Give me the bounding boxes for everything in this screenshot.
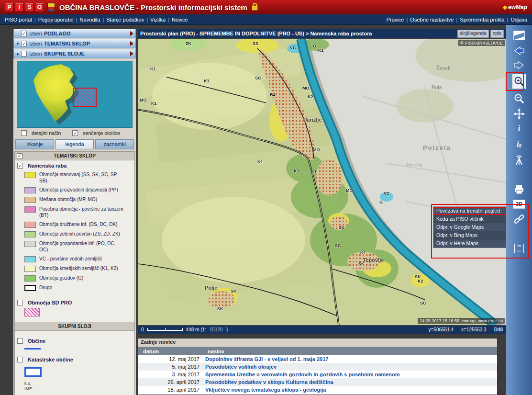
popup-item-2[interactable]: Koda za PISO vtičnik <box>433 215 506 223</box>
menu-link-2[interactable]: Pogoji uporabe <box>38 17 74 23</box>
map-viewport[interactable]: ZKSSVCGK1K1K1SCMOK1K2MOK1MOK1K1K1MOVCGSC… <box>138 39 506 325</box>
full-extent-icon[interactable] <box>512 29 526 42</box>
share-popup-menu: Povezava na trenutni pogledKoda za PISO … <box>433 206 507 248</box>
panel-expander-icon[interactable]: ▼ <box>16 42 21 46</box>
popup-item-1[interactable]: Povezava na trenutni pogled <box>433 207 506 215</box>
zone-label: K1 <box>294 169 299 173</box>
news-row: 5. maj 2017 Posodobitev volilnih okrajev <box>138 363 497 371</box>
legend-swatch <box>24 256 36 262</box>
datum-link[interactable]: D48 <box>494 327 503 332</box>
menu-link-6[interactable]: Novice <box>172 17 188 23</box>
panel-name: PODLAGO <box>44 31 130 36</box>
news-link[interactable]: Vključitev novega tematskega sklopa - ge… <box>205 387 497 393</box>
popup-item-5[interactable]: Odpri v Here Maps <box>433 239 506 248</box>
zoom-in-icon[interactable] <box>512 74 526 89</box>
tab-iskanje[interactable]: iskanje <box>15 139 54 149</box>
zone-label: K1 <box>318 48 324 53</box>
katastrske-label: Katastrske občine <box>28 357 73 362</box>
legend-label: Območja stanovanj (SS, SK, SC, SP, SB) <box>39 171 124 184</box>
news-link[interactable]: Sprememba Uredbe o varovalnih gozdovih i… <box>205 372 497 377</box>
sd-pro-checkbox[interactable] <box>17 300 23 305</box>
info-icon[interactable]: i <box>512 122 526 135</box>
panel-open-arrow-icon[interactable] <box>130 41 133 46</box>
overview-map[interactable] <box>17 61 133 128</box>
panel-checkbox[interactable]: ✓ <box>21 41 27 46</box>
zone-label: VC <box>384 191 390 196</box>
zone-label: G <box>313 44 316 48</box>
menu-right: Pravice|Osebne nastavitve|Sprememba prof… <box>387 17 527 23</box>
menu-link-1[interactable]: PISO portal <box>5 17 32 23</box>
menu-link-right-3[interactable]: Sprememba profila <box>460 17 504 23</box>
panel-open-arrow-icon[interactable] <box>130 31 133 36</box>
legend-swatch <box>24 197 36 203</box>
option-checkbox[interactable] <box>21 130 27 136</box>
previous-view-icon[interactable] <box>512 44 526 57</box>
zone-label: K1 <box>270 92 276 97</box>
3d-view-icon[interactable]: 3D <box>512 197 526 211</box>
tematski-checkbox[interactable]: ✓ <box>17 153 22 159</box>
sidebar-panel-podlago[interactable]: ✓ Izberi PODLAGO <box>13 29 136 38</box>
menu-link-3[interactable]: Navodila <box>80 17 100 23</box>
x-coordinate: x=125553.3 <box>461 327 487 332</box>
news-link[interactable]: Posodobitev podatkov v sklopu Kulturna d… <box>205 379 497 385</box>
piso-logo: PISO <box>5 3 44 12</box>
news-link[interactable]: Posodobitev volilnih okrajev <box>205 364 497 370</box>
legend-item: Območja gospodarske inf. (PO, DC, OC) <box>15 239 134 254</box>
menu-link-5[interactable]: Vizitka <box>150 17 166 23</box>
panel-open-arrow-icon[interactable] <box>130 51 133 56</box>
legend-label: Območja gozdov (G) <box>39 275 124 282</box>
overview-option[interactable]: detajlni način <box>21 130 61 136</box>
next-view-icon[interactable] <box>512 58 526 72</box>
option-checkbox[interactable]: ✓ <box>72 130 78 136</box>
overview-extent-rect[interactable] <box>73 88 97 107</box>
menu-link-right-2[interactable]: Osebne nastavitve <box>410 17 454 23</box>
sidebar-panel-tematski-sklop[interactable]: ▼ ✓ Izberi TEMATSKI SKLOP <box>13 39 136 48</box>
katastrske-checkbox[interactable] <box>17 357 23 362</box>
menu-link-right-4[interactable]: Odjava <box>510 17 527 23</box>
news-panel: Zadnje novice datum naslov 12. maj 2017 … <box>138 338 498 395</box>
panel-prefix: Izberi <box>29 41 42 46</box>
news-date: 3. maj 2017 <box>138 372 205 377</box>
measure-icon[interactable]: m↔ <box>512 241 526 255</box>
skupni-sloji-label: SKUPNI SLOJI <box>15 324 134 329</box>
menu-link-right-1[interactable]: Pravice <box>387 17 404 23</box>
popup-item-4[interactable]: Odpri v Bing Maps <box>433 231 506 239</box>
info-group-icon[interactable]: ig <box>512 138 526 151</box>
piso-letter: I <box>15 3 24 12</box>
zone-label: K1 <box>311 169 317 174</box>
lock-icon <box>252 5 258 11</box>
popup-item-3[interactable]: Odpri v Google Maps <box>433 223 506 231</box>
panel-checkbox[interactable] <box>21 51 27 56</box>
zone-label: SC <box>255 76 261 80</box>
zone-label: K2 <box>418 279 423 283</box>
legend-item: Mešana območja (MP, MO) <box>15 195 134 204</box>
news-date: 12. maj 2017 <box>138 356 205 362</box>
print-icon[interactable] <box>512 183 526 196</box>
scale-link[interactable]: 15120 <box>210 327 223 332</box>
menu-link-4[interactable]: Stanje podatkov <box>106 17 144 23</box>
legend-label: Mešana območja (MP, MO) <box>39 196 124 203</box>
tab-legenda[interactable]: legenda <box>55 139 94 149</box>
sidebar-tabs: iskanjelegendazaznamki <box>15 139 134 149</box>
legend-swatch <box>24 231 36 237</box>
panel-expander-icon[interactable]: ▲ <box>16 52 21 56</box>
sidebar-panel-skupne-sloje[interactable]: ▲ Izberi SKUPNE SLOJE <box>13 49 136 58</box>
news-link[interactable]: Dopolnitev šifranta GJI - v veljavi od 1… <box>205 356 497 362</box>
menu-separator: | <box>168 17 169 23</box>
news-row: 3. maj 2017 Sprememba Uredbe o varovalni… <box>138 371 497 378</box>
news-date: 5. maj 2017 <box>138 364 205 370</box>
pan-icon[interactable] <box>512 107 526 121</box>
gps-icon[interactable] <box>512 153 526 167</box>
zone-label: K1 <box>257 159 263 164</box>
opis-button[interactable]: opis <box>490 30 504 38</box>
share-link-icon[interactable] <box>512 213 526 226</box>
tab-zaznamki[interactable]: zaznamki <box>95 139 134 149</box>
panel-checkbox[interactable]: ✓ <box>21 31 27 36</box>
zone-label: ZK <box>186 41 191 46</box>
zoom-out-icon[interactable] <box>512 92 526 105</box>
menu-separator: | <box>507 17 508 23</box>
obcine-checkbox[interactable] <box>17 338 23 344</box>
sloji-legenda-button[interactable]: sloji/legenda <box>457 30 489 38</box>
overview-option[interactable]: ✓ senčenje okolice <box>72 130 120 136</box>
namenska-raba-checkbox[interactable]: ✓ <box>17 163 23 169</box>
